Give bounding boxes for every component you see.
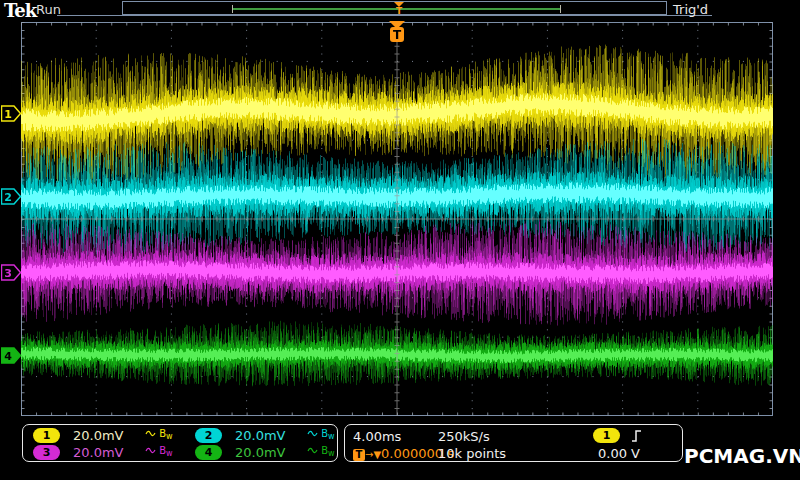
channel-2-scale: 20.0mV [235, 428, 286, 443]
channel-4-marker-label: 4 [4, 350, 12, 363]
trigger-t-icon: T [353, 449, 365, 461]
trigger-level-readout: 0.00 V [598, 446, 640, 461]
channel-3-coupling: Bw [145, 445, 173, 458]
timebase-readout: 4.00ms [353, 429, 401, 444]
ac-coupling-icon [145, 429, 156, 438]
channel-4-marker[interactable]: 4 [1, 347, 22, 364]
channel-2-marker[interactable]: 2 [1, 188, 22, 205]
horizontal-trigger-readout-box[interactable]: 4.00ms 250kS/s 1 T→▼0.000000 s 10k point… [344, 424, 683, 462]
record-end-bracket [560, 5, 561, 13]
acquisition-preview-bar[interactable]: T [122, 1, 667, 15]
channel-2-marker-label: 2 [4, 191, 12, 204]
ac-coupling-icon [307, 446, 318, 455]
record-start-bracket [232, 5, 233, 13]
channel-1-marker-label: 1 [4, 108, 12, 121]
channel-1-coupling: Bw [145, 428, 173, 441]
channel-4-scale: 20.0mV [235, 445, 286, 460]
channel-4-coupling: Bw [307, 445, 335, 458]
channel-3-marker[interactable]: 3 [1, 264, 22, 281]
trigger-arrow-down-icon: ▼ [373, 449, 381, 460]
channel-3-marker-label: 3 [4, 267, 12, 280]
tek-logo: Tek [4, 0, 36, 21]
center-crosshair [21, 22, 773, 416]
watermark: PCMAG.VN [684, 444, 800, 468]
channel-1-marker[interactable]: 1 [1, 105, 22, 122]
channel-1-scale: 20.0mV [73, 428, 124, 443]
topbar-divider [57, 15, 712, 16]
channel-4-badge[interactable]: 4 [195, 445, 222, 460]
channel-3-scale: 20.0mV [73, 445, 124, 460]
channel-readout-box[interactable]: 1 20.0mV Bw 2 20.0mV Bw 3 20.0mV Bw 4 20… [22, 424, 338, 462]
ac-coupling-icon [145, 446, 156, 455]
channel-3-badge[interactable]: 3 [33, 445, 60, 460]
record-length-readout: 10k points [438, 446, 506, 461]
trigger-slope-rising-icon [631, 429, 643, 443]
trigger-position-mini-icon[interactable]: T [392, 1, 406, 15]
trigger-source-badge[interactable]: 1 [593, 428, 620, 443]
channel-1-badge[interactable]: 1 [33, 428, 60, 443]
trigger-mini-t: T [396, 6, 403, 15]
trigger-position-flag[interactable]: T [388, 21, 406, 43]
oscilloscope-screen: Tek Run T Trig'd [0, 0, 800, 480]
trigger-status: Trig'd [673, 2, 708, 17]
channel-2-coupling: Bw [307, 428, 335, 441]
ac-coupling-icon [307, 429, 318, 438]
channel-2-badge[interactable]: 2 [195, 428, 222, 443]
sample-rate-readout: 250kS/s [438, 429, 490, 444]
trigger-flag-t: T [393, 28, 402, 42]
